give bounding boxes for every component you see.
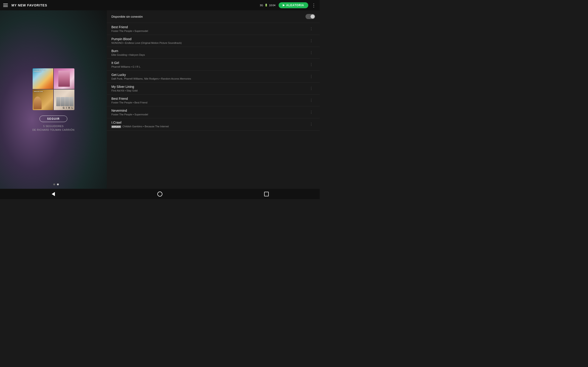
track-row[interactable]: It Girl Pharrell Williams • G I R L ⋮ <box>107 59 320 71</box>
play-icon <box>283 4 285 6</box>
aleatoria-button[interactable]: ALEATORIA <box>279 2 308 8</box>
recents-button[interactable] <box>262 190 271 199</box>
track-more-icon[interactable]: ⋮ <box>308 73 315 80</box>
home-icon <box>157 192 162 197</box>
track-more-icon[interactable]: ⋮ <box>308 97 315 103</box>
album-cover-2 <box>54 68 74 89</box>
track-more-icon[interactable]: ⋮ <box>308 61 315 68</box>
follow-button[interactable]: SEGUIR <box>40 116 67 122</box>
time-label: 10:04 <box>269 4 276 7</box>
track-row[interactable]: Pumpin Blood NONONO • Endless Love (Orig… <box>107 35 320 47</box>
offline-label: Disponible sin conexión <box>111 15 143 18</box>
track-more-icon[interactable]: ⋮ <box>308 50 315 56</box>
track-title: It Girl <box>111 61 308 65</box>
owner-label: DE RICHARD TOLMAN CARRIÓN <box>32 128 74 131</box>
track-subtitle: Foster The People • Supermodel <box>111 113 308 116</box>
track-list: Best Friend Foster The People • Supermod… <box>107 23 320 131</box>
track-subtitle: Daft Punk, Pharrell Williams, Nile Rodge… <box>111 77 308 80</box>
album-cover-1: FOSTER THE PEOPLESUPERMODEL <box>33 68 53 89</box>
topbar-left: MY NEW FAVORITES <box>3 3 47 7</box>
track-subtitle: Foster The People • Best Friend <box>111 101 308 104</box>
track-title: Best Friend <box>111 97 308 100</box>
track-subtitle: Pharrell Williams • G I R L <box>111 65 308 68</box>
track-info: It Girl Pharrell Williams • G I R L <box>111 61 308 68</box>
offline-toggle[interactable] <box>305 14 315 19</box>
toggle-knob <box>311 15 315 19</box>
track-more-icon[interactable]: ⋮ <box>308 26 315 32</box>
track-row[interactable]: I.Crawl EXPLICITChildish Gambino • Becau… <box>107 118 320 131</box>
track-more-icon[interactable]: ⋮ <box>308 121 315 127</box>
offline-row: Disponible sin conexión <box>107 10 320 23</box>
track-title: I.Crawl <box>111 121 308 124</box>
track-title: My Silver Lining <box>111 85 308 89</box>
album-grid: FOSTER THE PEOPLESUPERMODEL ENDLESS LOVE… <box>33 68 74 110</box>
track-subtitle: First Aid Kit • Stay Gold <box>111 89 308 92</box>
square-icon <box>264 192 269 196</box>
track-subtitle: Ellie Goulding • Halcyon Days <box>111 53 308 56</box>
back-icon <box>52 192 55 196</box>
track-subtitle: Foster The People • Supermodel <box>111 30 308 32</box>
track-row[interactable]: My Silver Lining First Aid Kit • Stay Go… <box>107 83 320 94</box>
album-cover-3: ENDLESS LOVE <box>33 90 53 110</box>
aleatoria-label: ALEATORIA <box>286 4 304 7</box>
track-info: Nevermind Foster The People • Supermodel <box>111 109 308 116</box>
track-title: Best Friend <box>111 25 308 29</box>
followers-count: 5 SEGUIDORES <box>43 125 64 127</box>
more-options-icon[interactable]: ⋮ <box>311 2 317 8</box>
battery-icon: 🔋 <box>265 4 268 7</box>
right-panel: Disponible sin conexión Best Friend Fost… <box>107 10 320 189</box>
track-more-icon[interactable]: ⋮ <box>308 38 315 44</box>
page-title: MY NEW FAVORITES <box>11 3 47 7</box>
left-panel: FOSTER THE PEOPLESUPERMODEL ENDLESS LOVE… <box>0 10 107 189</box>
track-row[interactable]: Get Lucky Daft Punk, Pharrell Williams, … <box>107 71 320 83</box>
track-info: I.Crawl EXPLICITChildish Gambino • Becau… <box>111 121 308 128</box>
track-more-icon[interactable]: ⋮ <box>308 109 315 115</box>
hamburger-icon[interactable] <box>3 4 8 7</box>
track-info: Burn Ellie Goulding • Halcyon Days <box>111 49 308 56</box>
track-subtitle: NONONO • Endless Love (Original Motion P… <box>111 42 308 44</box>
track-row[interactable]: Nevermind Foster The People • Supermodel… <box>107 106 320 118</box>
track-row[interactable]: Best Friend Foster The People • Supermod… <box>107 23 320 35</box>
track-subtitle: EXPLICITChildish Gambino • Because The I… <box>111 125 308 128</box>
topbar-right: 3G 🔋 10:04 ALEATORIA ⋮ <box>260 2 317 8</box>
album-cover-4: G I R L <box>54 90 74 110</box>
track-title: Get Lucky <box>111 73 308 77</box>
back-button[interactable] <box>49 190 58 199</box>
track-row[interactable]: Best Friend Foster The People • Best Fri… <box>107 94 320 106</box>
track-info: Get Lucky Daft Punk, Pharrell Williams, … <box>111 73 308 80</box>
track-row[interactable]: Burn Ellie Goulding • Halcyon Days ⋮ <box>107 47 320 59</box>
signal-label: 3G <box>260 4 263 7</box>
track-info: Pumpin Blood NONONO • Endless Love (Orig… <box>111 37 308 44</box>
track-title: Nevermind <box>111 109 308 112</box>
topbar: MY NEW FAVORITES 3G 🔋 10:04 ALEATORIA ⋮ <box>0 0 320 10</box>
track-info: Best Friend Foster The People • Supermod… <box>111 25 308 32</box>
track-title: Pumpin Blood <box>111 37 308 41</box>
track-more-icon[interactable]: ⋮ <box>308 85 315 92</box>
status-bar: 3G 🔋 10:04 <box>260 4 275 7</box>
track-info: Best Friend Foster The People • Best Fri… <box>111 97 308 104</box>
track-info: My Silver Lining First Aid Kit • Stay Go… <box>111 85 308 92</box>
explicit-badge: EXPLICIT <box>111 125 121 128</box>
track-title: Burn <box>111 49 308 53</box>
bottom-nav <box>0 189 320 199</box>
home-button[interactable] <box>155 190 164 199</box>
